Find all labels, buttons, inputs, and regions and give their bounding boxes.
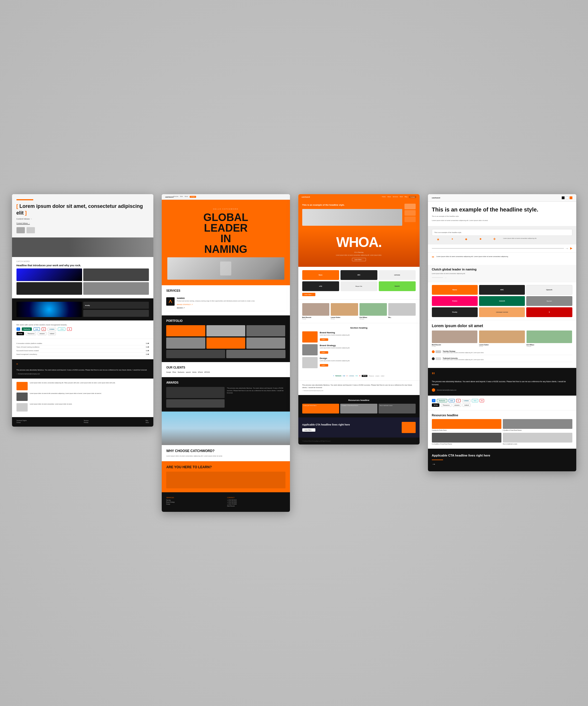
c2-footer-link-naming[interactable]: Naming	[166, 500, 224, 501]
c4-team-img-2	[479, 330, 525, 343]
c2-learn-section: ARE YOU HERE TO LEARN?	[162, 461, 290, 492]
c4-quote-author-3: firstname.lastname@company.com	[432, 388, 572, 392]
c1-section-label: CATCH WORD	[16, 261, 149, 262]
c3-nav-links: Home About Services Work Blog Contact	[382, 196, 416, 198]
c1-blog-img-1	[16, 382, 28, 390]
c1-stat-label-3: Successful brand names created	[16, 350, 39, 351]
c4-quote-avatar	[432, 388, 435, 392]
c4-team-img-3	[526, 330, 572, 343]
c1-logo-indeed: indeed	[48, 332, 56, 335]
c4-resource2-item-1: Creating the Perfect Name	[432, 419, 501, 431]
c3-service-card-btn-strategy[interactable]: LEARN →	[320, 351, 328, 354]
c3-nav-link-home[interactable]: Home	[382, 196, 386, 198]
c4-brand-logo-asana: Asana	[432, 296, 478, 306]
c2-awards-right: The process was absolutely fabulous. You…	[227, 387, 285, 407]
c2-nav-link-2[interactable]: Work	[180, 196, 183, 198]
c4-brand-logo-name: Name	[432, 285, 478, 295]
c3-brands-learn-btn[interactable]: Learn More →	[302, 293, 316, 296]
c1-logos-title: We work with some of the world's most re…	[16, 324, 149, 326]
c4-shape-orange	[570, 196, 572, 199]
c3-service-card-img-design	[302, 357, 318, 368]
c2-footer-link-design[interactable]: Design	[166, 504, 224, 505]
c4-headline-text: This is an example of the headline style…	[432, 206, 572, 213]
c1-quote-author: — firstname.lastname@company.com	[16, 373, 149, 375]
c4-brand-logo-extra: S	[526, 307, 572, 317]
c4-logos2-grid-2: TikTok Thesaurus amazon indeed	[432, 403, 572, 407]
c4-headline-sub2: Lorem ipsum dolor sit amet consectetur a…	[432, 219, 572, 222]
c1-footer-link-6[interactable]: About	[146, 422, 149, 423]
c3-team-role-3: Strategist	[359, 318, 387, 320]
c2-footer-services-title: SERVICES	[166, 497, 224, 499]
c2-footer-phone-1: +1 510 528 0010	[227, 500, 285, 501]
c1-blog-row-2: Lorem ipsum dolor sit amet el elit conse…	[16, 393, 149, 401]
c1-footer-link-2[interactable]: Contact	[16, 422, 27, 423]
c1-stat-label-2: Years of brand naming excellence	[16, 346, 40, 348]
c1-footer-link-1[interactable]: Catchword Tagline	[16, 420, 27, 421]
c1-footer-link-5[interactable]: Blog	[146, 420, 149, 421]
c2-nav-link-cta[interactable]: Contact	[190, 196, 196, 198]
c2-client-pfizer: Pfizer	[172, 371, 176, 373]
c1-footer-link-4[interactable]: Portfolio	[84, 422, 88, 423]
c4-arrow-row: → ▶	[428, 244, 576, 252]
c3-service-card-btn-naming[interactable]: LEARN →	[320, 338, 328, 341]
c4-header: catchword	[428, 194, 576, 202]
c3-team-section: Mark Braccini Founder Lauren Sutton Dire…	[298, 300, 420, 323]
c3-service-card-strategy: Brand Strategy Lorem ipsum dolor sit ame…	[302, 344, 416, 355]
c1-stat-val-2: 1 ›M	[146, 346, 149, 348]
c3-team-img-4	[388, 303, 416, 316]
c4-logo2-fitbit: fitbit	[472, 399, 478, 402]
c2-awards-img	[166, 387, 225, 398]
c3-nav-logo: catchword	[302, 196, 310, 198]
mockup-card-1: [ Lorem ipsum dolor sit amet, consectetu…	[12, 194, 154, 427]
c3-resources-section: Resources headline Creating the Perfect …	[298, 395, 420, 418]
c3-hero: This is an example of the headline style…	[298, 200, 420, 228]
c4-resource2-text-4: How to trademark a name	[503, 443, 572, 445]
c4-clutch-sub: Lorem ipsum dolor sit amet consectetur a…	[432, 273, 572, 274]
c2-service-link-design[interactable]: DESIGN ↗	[177, 307, 255, 309]
c1-footer-link-3[interactable]: Services	[84, 420, 88, 421]
c4-logo2-mc: M	[480, 399, 484, 402]
c3-nav-link-services[interactable]: Services	[393, 196, 398, 198]
c4-star-icon-3: ◆	[460, 237, 473, 241]
c3-nav-link-blog[interactable]: Blog	[405, 196, 407, 198]
c1-footer: Catchword Tagline Contact Services Portf…	[12, 417, 154, 427]
c2-client-starbucks: Starbucks	[178, 371, 184, 373]
c1-eye-section: ●vuity	[12, 299, 154, 320]
c3-cta-btn[interactable]: Learn More →	[302, 428, 316, 432]
c1-logo-ul: U	[42, 327, 46, 331]
c4-quote-text-2: Lorem ipsum dolor sit amet consectetur a…	[436, 256, 572, 258]
c3-cta-content: Applicable CTA headline lives right here…	[302, 423, 399, 432]
c4-star-icon-4: ✸	[474, 237, 487, 241]
c3-resource-item-1: Creating the Perfect Name	[302, 404, 340, 414]
c2-service-content-naming: NAMING Product and service naming, compa…	[177, 297, 255, 309]
c4-clutch-title: Clutch global leader in naming	[432, 268, 572, 271]
c3-resources-title: Resources headline	[302, 399, 416, 401]
c4-strategy-avatar-1	[432, 350, 441, 353]
c2-nav-logo: catchword	[165, 196, 173, 198]
c2-services-section: SERVICES NAMING Product and service nami…	[162, 285, 290, 315]
c3-logo-mc: M	[359, 375, 360, 377]
c3-nav-link-work[interactable]: Work	[400, 196, 403, 198]
c3-logos-grid: f Starbucks intel U CORNING fitbit M Tik…	[302, 375, 416, 377]
c1-img-box-2	[83, 269, 149, 281]
c3-team-member-1: Mark Braccini Founder	[302, 303, 329, 320]
c3-brands-grid: Name ARC nofretete ●vity Morgan Yula Upw…	[302, 270, 416, 291]
c2-footer-link-strategy[interactable]: Brand Strategy	[166, 502, 224, 503]
c3-logo-fitbit: fitbit	[356, 375, 358, 377]
c2-service-link-naming[interactable]: BRAND STRATEGY ↗	[177, 304, 255, 305]
c3-service-cards: Brand Naming Lorem ipsum dolor sit amet …	[302, 331, 416, 368]
c4-resource2-item-3: In a Qualities of Great Brand Names	[432, 433, 501, 445]
c3-nav: catchword Home About Services Work Blog …	[298, 194, 420, 200]
c2-services-title: SERVICES	[166, 289, 285, 292]
c4-brand-logo-reprefuel: Reprefuel	[526, 296, 572, 306]
c3-resource-item-2: 5 Qualities of Great Brand Names	[340, 404, 378, 414]
c1-logo-tiktok: TikTok	[16, 332, 24, 335]
c3-service-card-btn-design[interactable]: LEARN →	[320, 364, 328, 366]
c3-nav-link-contact[interactable]: Contact	[409, 196, 416, 198]
c1-hero-btn[interactable]: Content follows →	[16, 222, 30, 225]
c2-nav-link-3[interactable]: About	[185, 196, 188, 198]
c2-nav-link-1[interactable]: Services	[173, 196, 178, 198]
c3-nav-link-about[interactable]: About	[387, 196, 391, 198]
c3-learn-more-btn[interactable]: Learn More →	[352, 258, 366, 261]
c4-example-box: This is an example of the headline style…	[432, 229, 572, 236]
